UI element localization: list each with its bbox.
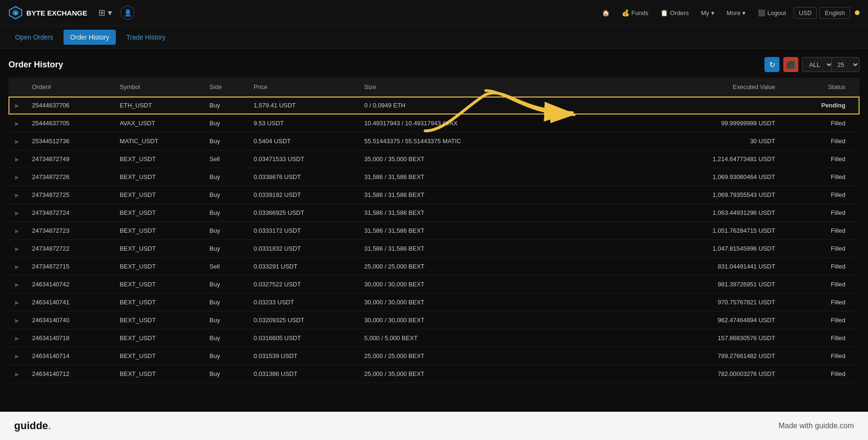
subnav-order-history[interactable]: Order History	[64, 30, 116, 45]
expand-cell[interactable]: ▶	[8, 114, 25, 132]
executed-value: 1,069.79355543 USDT	[603, 186, 782, 204]
side: Buy	[203, 365, 247, 383]
size: 30,000 / 30,000 BEXT	[358, 276, 603, 293]
page-size-dropdown[interactable]: 25 50 100	[831, 57, 860, 72]
side: Buy	[203, 114, 247, 132]
table-row[interactable]: ▶ 24734872749 BEXT_USDT Sell 0.03471533 …	[8, 150, 860, 168]
expand-cell[interactable]: ▶	[8, 311, 25, 329]
status-badge: Filled	[782, 222, 860, 240]
status-badge: Filled	[782, 365, 860, 383]
side: Buy	[203, 186, 247, 204]
table-row[interactable]: ▶ 24734872725 BEXT_USDT Buy 0.0339192 US…	[8, 186, 860, 204]
expand-cell[interactable]: ▶	[8, 186, 25, 204]
order-id: 24634140714	[25, 347, 113, 365]
price: 0.0339192 USDT	[247, 186, 358, 204]
col-side: Side	[203, 78, 247, 97]
table-row[interactable]: ▶ 24734872723 BEXT_USDT Buy 0.0333172 US…	[8, 222, 860, 240]
expand-cell[interactable]: ▶	[8, 258, 25, 276]
order-id: 25444637706	[25, 97, 113, 114]
symbol: BEXT_USDT	[113, 347, 203, 365]
nav-logout[interactable]: ⬛ Logout	[753, 8, 791, 18]
subnav: Open Orders Order History Trade History	[0, 26, 868, 49]
table-toolbar: Order History ↻ ⬛ ALL 25 50 100	[8, 57, 860, 72]
expand-cell[interactable]: ▶	[8, 168, 25, 186]
side: Buy	[203, 311, 247, 329]
order-id: 24734872724	[25, 204, 113, 222]
size: 0 / 0.0949 ETH	[358, 97, 603, 114]
executed-value: 99.99999999 USDT	[603, 114, 782, 132]
nav-home[interactable]: 🏠	[597, 8, 614, 18]
size: 25,000 / 25,000 BEXT	[358, 347, 603, 365]
subnav-open-orders[interactable]: Open Orders	[8, 30, 60, 45]
table-row[interactable]: ▶ 25344512736 MATIC_USDT Buy 0.5404 USDT…	[8, 132, 860, 150]
footer-tagline: Made with guidde.com	[779, 422, 854, 430]
table-row[interactable]: ▶ 25444637706 ETH_USDT Buy 1,579.41 USDT…	[8, 97, 860, 114]
symbol: BEXT_USDT	[113, 168, 203, 186]
nav-more[interactable]: More ▾	[722, 8, 751, 18]
nav-funds[interactable]: 💰 Funds	[617, 8, 653, 18]
expand-cell[interactable]: ▶	[8, 293, 25, 311]
expand-cell[interactable]: ▶	[8, 276, 25, 293]
status-badge: Filled	[782, 204, 860, 222]
subnav-trade-history[interactable]: Trade History	[120, 30, 172, 45]
table-row[interactable]: ▶ 25444637705 AVAX_USDT Buy 9.53 USDT 10…	[8, 114, 860, 132]
expand-cell[interactable]: ▶	[8, 365, 25, 383]
col-status: Status	[782, 78, 860, 97]
executed-value: 1,214.64773481 USDT	[603, 150, 782, 168]
table-row[interactable]: ▶ 24634140742 BEXT_USDT Buy 0.0327522 US…	[8, 276, 860, 293]
status-badge: Filled	[782, 114, 860, 132]
size: 25,000 / 25,000 BEXT	[358, 258, 603, 276]
status-dot	[855, 10, 860, 15]
expand-cell[interactable]: ▶	[8, 240, 25, 258]
symbol: MATIC_USDT	[113, 132, 203, 150]
nav-currency[interactable]: USD	[794, 7, 817, 19]
expand-cell[interactable]: ▶	[8, 150, 25, 168]
size: 35,000 / 35,000 BEXT	[358, 150, 603, 168]
executed-value	[603, 97, 782, 114]
table-row[interactable]: ▶ 24734872715 BEXT_USDT Sell 0.033291 US…	[8, 258, 860, 276]
status-badge: Filled	[782, 276, 860, 293]
table-row[interactable]: ▶ 24634140740 BEXT_USDT Buy 0.03209325 U…	[8, 311, 860, 329]
side: Buy	[203, 97, 247, 114]
expand-cell[interactable]: ▶	[8, 204, 25, 222]
expand-cell[interactable]: ▶	[8, 97, 25, 114]
grid-menu-icon[interactable]: ⊞ ▾	[98, 8, 112, 18]
table-row[interactable]: ▶ 24634140718 BEXT_USDT Buy 0.0316605 US…	[8, 329, 860, 347]
symbol: AVAX_USDT	[113, 114, 203, 132]
order-id: 24634140712	[25, 365, 113, 383]
filter-dropdown[interactable]: ALL	[802, 57, 833, 72]
user-icon[interactable]: 👤	[121, 6, 135, 20]
symbol: BEXT_USDT	[113, 329, 203, 347]
expand-cell[interactable]: ▶	[8, 329, 25, 347]
price: 0.033291 USDT	[247, 258, 358, 276]
price: 0.03209325 USDT	[247, 311, 358, 329]
status-badge: Filled	[782, 150, 860, 168]
expand-cell[interactable]: ▶	[8, 347, 25, 365]
col-size: Size	[358, 78, 603, 97]
order-table: Order# Symbol Side Price Size Executed V…	[8, 78, 860, 383]
expand-cell[interactable]: ▶	[8, 222, 25, 240]
table-row[interactable]: ▶ 24734872724 BEXT_USDT Buy 0.03366925 U…	[8, 204, 860, 222]
export-button[interactable]: ⬛	[783, 57, 798, 72]
executed-value: 831.04491441 USDT	[603, 258, 782, 276]
order-id: 24734872725	[25, 186, 113, 204]
table-row[interactable]: ▶ 24734872722 BEXT_USDT Buy 0.0331832 US…	[8, 240, 860, 258]
price: 0.0331832 USDT	[247, 240, 358, 258]
expand-cell[interactable]: ▶	[8, 132, 25, 150]
side: Buy	[203, 204, 247, 222]
app-logo[interactable]: BYTE EXCHANGE	[8, 6, 87, 20]
nav-orders[interactable]: 📋 Orders	[656, 8, 693, 18]
size: 31,586 / 31,586 BEXT	[358, 186, 603, 204]
price: 0.03471533 USDT	[247, 150, 358, 168]
symbol: BEXT_USDT	[113, 365, 203, 383]
table-row[interactable]: ▶ 24634140741 BEXT_USDT Buy 0.03233 USDT…	[8, 293, 860, 311]
refresh-button[interactable]: ↻	[764, 57, 780, 72]
table-row[interactable]: ▶ 24634140712 BEXT_USDT Buy 0.031386 USD…	[8, 365, 860, 383]
nav-my[interactable]: My ▾	[696, 8, 719, 18]
table-row[interactable]: ▶ 24734872726 BEXT_USDT Buy 0.0338676 US…	[8, 168, 860, 186]
executed-value: 1,047.81545996 USDT	[603, 240, 782, 258]
nav-language[interactable]: English	[820, 7, 850, 19]
side: Buy	[203, 276, 247, 293]
executed-value: 981.39726951 USDT	[603, 276, 782, 293]
table-row[interactable]: ▶ 24634140714 BEXT_USDT Buy 0.031539 USD…	[8, 347, 860, 365]
